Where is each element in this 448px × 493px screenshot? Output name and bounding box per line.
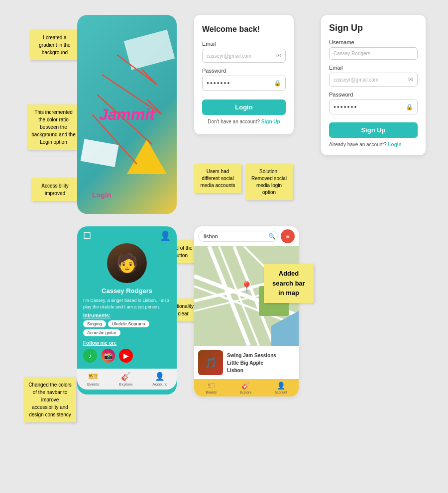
password-input-wrapper[interactable]: ••••••• 🔒 xyxy=(202,76,286,91)
deco-rect-1 xyxy=(124,29,175,70)
svg-line-1 xyxy=(142,70,157,85)
sticky-search-bar: Added search bar in map xyxy=(264,264,314,303)
profile-name: Cassey Rodgers xyxy=(77,287,177,295)
signup-lock-icon: 🔒 xyxy=(406,103,413,110)
password-dots: ••••••• xyxy=(207,79,230,87)
profile-nav-explore[interactable]: 🎸 Explore xyxy=(119,372,132,387)
person-icon: 👤 xyxy=(160,230,171,241)
password-label: Password xyxy=(202,68,286,74)
sticky-accessibility-note: Accessibility improved xyxy=(31,178,79,201)
no-account-text: Don't have an account? Sign Up xyxy=(202,119,286,124)
profile-panel: ☐ 👤 🧑 Cassey Rodgers I'm Cassey, a singe… xyxy=(77,226,177,394)
map-filter-button[interactable]: ≡ xyxy=(281,229,295,243)
signup-password-label: Password xyxy=(329,92,418,98)
profile-nav-events[interactable]: 🎫 Events xyxy=(87,372,99,387)
map-nav-account[interactable]: 👤 Account xyxy=(275,382,287,394)
profile-instruments-tags: Singing Ukelele Soprano Acoustic guitar xyxy=(77,320,177,336)
signup-form-title: Sign Up xyxy=(329,23,418,33)
signup-password-input[interactable]: ••••••• 🔒 xyxy=(329,99,418,114)
profile-instruments-label: Intruments: xyxy=(77,313,177,318)
profile-follow-label: Follow me on: xyxy=(77,340,177,346)
instagram-icon[interactable]: 📸 xyxy=(101,349,115,363)
signup-username-value: Cassey Rodgers xyxy=(334,51,370,56)
email-input-wrapper[interactable]: casseyr@gmail.com ✉ xyxy=(202,49,286,63)
sticky-solution: Solution: Removed social media login opt… xyxy=(245,164,293,200)
profile-header: ☐ 👤 xyxy=(77,226,177,243)
map-panel: 🔍 ≡ 📍 🎵 Swing Jam xyxy=(194,226,299,396)
map-navbar: 🎫 Boards 🎸 Explore 👤 Account xyxy=(194,379,299,396)
explore-nav-icon: 🎸 xyxy=(121,372,131,381)
event-info: Swing Jam Sessions Little Big Apple Lisb… xyxy=(227,352,276,374)
signup-username-label: Username xyxy=(329,39,418,45)
signup-link[interactable]: Sign Up xyxy=(261,119,280,124)
profile-navbar: 🎫 Events 🎸 Explore 👤 Account xyxy=(77,369,177,390)
deco-rect-2 xyxy=(81,139,119,167)
events-nav-icon: 🎫 xyxy=(88,372,98,381)
sticky-color-ratio-note: This incremented the color ratio between… xyxy=(27,104,80,150)
event-title: Swing Jam Sessions xyxy=(227,352,276,359)
signup-password-dots: ••••••• xyxy=(334,103,357,111)
deco-triangle xyxy=(127,139,167,174)
event-location: Lisbon xyxy=(227,367,276,374)
signup-username-input[interactable]: Cassey Rodgers xyxy=(329,47,418,60)
search-icon: 🔍 xyxy=(268,233,276,240)
sticky-users-problem: Users had different social media account… xyxy=(194,164,241,193)
boards-icon: 🎫 xyxy=(207,382,216,390)
login-link-label[interactable]: Login xyxy=(92,191,111,199)
spotify-icon[interactable]: ♪ xyxy=(83,349,97,363)
calendar-icon: ☐ xyxy=(83,230,91,241)
account-map-icon: 👤 xyxy=(277,382,285,390)
profile-socials: ♪ 📸 ▶ xyxy=(77,349,177,363)
email-icon: ✉ xyxy=(276,52,281,59)
map-search-input[interactable] xyxy=(198,231,278,242)
login-link-signup[interactable]: Login xyxy=(388,142,401,147)
profile-avatar: 🧑 xyxy=(107,243,147,283)
login-button[interactable]: Login xyxy=(202,99,286,115)
email-input-value: casseyr@gmail.com xyxy=(207,53,251,59)
signup-email-label: Email xyxy=(329,65,418,71)
app-title: Jammit xyxy=(99,105,155,124)
map-search-bar: 🔍 ≡ xyxy=(194,226,299,246)
signup-email-value: casseyr@gmail.com xyxy=(334,77,378,83)
map-event-card[interactable]: 🎵 Swing Jam Sessions Little Big Apple Li… xyxy=(194,346,299,379)
filter-icon: ≡ xyxy=(286,233,289,240)
event-image: 🎵 xyxy=(198,350,223,375)
map-nav-explore[interactable]: 🎸 Explore xyxy=(240,382,252,394)
sticky-gradient-note: I created a gradient in the background xyxy=(30,30,80,60)
account-nav-icon: 👤 xyxy=(155,372,165,381)
login-form: Welcome back! Email casseyr@gmail.com ✉ … xyxy=(194,15,294,134)
explore-map-icon: 🎸 xyxy=(241,382,250,390)
already-account-text: Already have an account? Login xyxy=(329,142,418,147)
signup-form: Added link to navigate back to Login Scr… xyxy=(321,15,426,155)
map-nav-boards[interactable]: 🎫 Boards xyxy=(206,382,217,394)
tag-singing: Singing xyxy=(83,320,106,327)
tag-ukelele: Ukelele Soprano xyxy=(108,320,149,327)
profile-bio: I'm Cassey, a singer based in Lisbon. I … xyxy=(77,297,177,310)
tag-guitar: Acoustic guitar xyxy=(83,329,120,336)
event-subtitle: Little Big Apple xyxy=(227,359,276,367)
email-label: Email xyxy=(202,41,286,47)
lock-icon: 🔒 xyxy=(274,80,281,87)
login-form-title: Welcome back! xyxy=(202,25,286,34)
youtube-icon[interactable]: ▶ xyxy=(119,349,133,363)
signup-email-icon: ✉ xyxy=(408,76,413,83)
profile-nav-account[interactable]: 👤 Account xyxy=(152,372,167,387)
login-screen-panel: Jammit Login xyxy=(77,15,177,214)
signup-email-input[interactable]: casseyr@gmail.com ✉ xyxy=(329,73,418,87)
map-pin: 📍 xyxy=(240,281,253,294)
sticky-navbar-colors: Changed the colors of the navbar to impr… xyxy=(24,377,76,422)
signup-button[interactable]: Sign Up xyxy=(329,122,418,138)
